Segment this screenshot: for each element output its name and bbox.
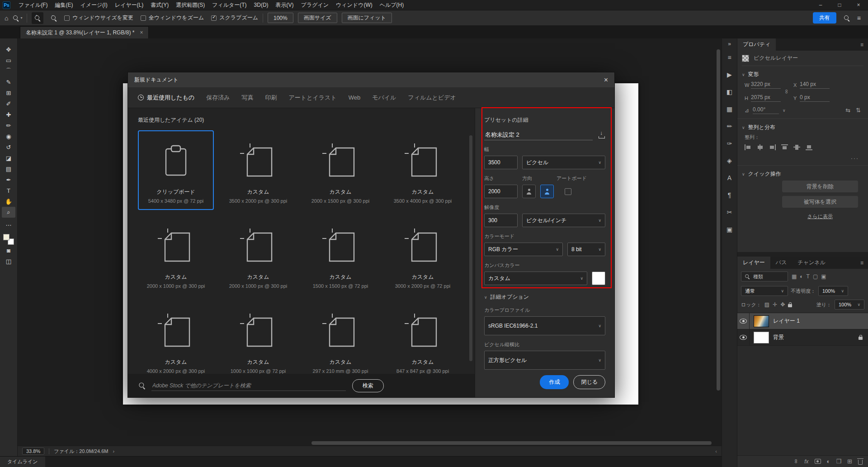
type-layer-filter-icon[interactable]: T: [807, 273, 810, 280]
zoom-in-button[interactable]: +: [32, 12, 43, 24]
dialog-tab[interactable]: 印刷: [265, 94, 277, 102]
view-button[interactable]: 画面にフィット: [342, 13, 392, 23]
link-dimensions-icon[interactable]: ∞: [784, 89, 791, 93]
preset-card[interactable]: カスタム 1000 x 1000 px @ 72 ppi: [220, 300, 296, 374]
resolution-input[interactable]: [484, 214, 518, 227]
edit-toolbar-icon[interactable]: ⋯: [2, 219, 15, 230]
quick-action-button[interactable]: 被写体を選択: [782, 196, 858, 208]
color-profile-select[interactable]: sRGB IEC61966-2.1 ∨: [484, 316, 605, 335]
dialog-tab[interactable]: Web: [349, 94, 361, 101]
dialog-tab[interactable]: フィルムとビデオ: [408, 94, 456, 102]
rotation-field[interactable]: 0.00°: [753, 106, 779, 114]
flip-horizontal-icon[interactable]: ⇆: [845, 107, 850, 114]
share-button[interactable]: 共有: [813, 12, 836, 24]
preset-card[interactable]: カスタム 2000 x 1000 px @ 300 ppi: [220, 215, 296, 295]
align-right-icon[interactable]: [769, 144, 776, 152]
brushes-icon[interactable]: ✑: [722, 135, 737, 152]
preset-card[interactable]: カスタム 297 x 210 mm @ 300 ppi: [302, 300, 378, 374]
move-tool-icon[interactable]: ✥: [2, 44, 15, 55]
pixel-aspect-select[interactable]: 正方形ピクセル ∨: [484, 351, 605, 370]
preset-card[interactable]: カスタム 3500 x 4000 px @ 300 ppi: [385, 130, 461, 210]
panel-menu-icon[interactable]: ≡: [856, 38, 868, 51]
maximize-button[interactable]: □: [830, 0, 849, 10]
preset-card[interactable]: カスタム 3000 x 2000 px @ 72 ppi: [385, 215, 461, 295]
tab-timeline[interactable]: タイムライン: [0, 457, 45, 467]
dialog-tab[interactable]: 写真: [242, 94, 254, 102]
quick-selection-tool-icon[interactable]: ✎: [2, 76, 15, 87]
tab-properties[interactable]: プロパティ: [737, 38, 776, 51]
menu-item[interactable]: 表示(V): [272, 0, 297, 10]
y-position-field[interactable]: 0 px: [800, 94, 830, 102]
scroll-collapse-icon[interactable]: ‹: [715, 448, 717, 454]
dialog-tab[interactable]: アートとイラスト: [289, 94, 337, 102]
option-checkbox[interactable]: ウィンドウサイズを変更: [64, 14, 133, 22]
artboard-checkbox[interactable]: [565, 188, 571, 195]
new-layer-icon[interactable]: ⊞: [847, 458, 852, 465]
width-input[interactable]: [484, 156, 518, 169]
dialog-close-icon[interactable]: ×: [604, 76, 608, 84]
view-button[interactable]: 100%: [268, 13, 293, 23]
option-checkbox[interactable]: スクラブズーム: [211, 14, 258, 22]
canvas-color-select[interactable]: カスタム ∨: [484, 272, 587, 285]
eyedropper-tool-icon[interactable]: ✐: [2, 98, 15, 109]
document-name-input[interactable]: [484, 129, 593, 140]
create-button[interactable]: 作成: [540, 375, 569, 389]
type-tool-icon[interactable]: T: [2, 185, 15, 196]
layers-panel-tab[interactable]: レイヤー: [737, 257, 770, 269]
width-unit-select[interactable]: ピクセル ∨: [522, 156, 605, 169]
pixel-layer-filter-icon[interactable]: ▦: [792, 273, 797, 280]
menu-item[interactable]: 選択範囲(S): [172, 0, 208, 10]
close-window-button[interactable]: ×: [849, 0, 868, 10]
pen-tool-icon[interactable]: ✒: [2, 174, 15, 185]
checkbox-icon[interactable]: [64, 15, 70, 21]
close-dialog-button[interactable]: 閉じる: [573, 375, 605, 389]
paragraph-icon[interactable]: ¶: [722, 186, 737, 204]
zoom-out-button[interactable]: −: [48, 12, 60, 24]
advanced-options-toggle[interactable]: ∨ 詳細オプション: [484, 293, 605, 301]
link-layers-icon[interactable]: ∞: [793, 459, 800, 463]
landscape-orientation-button[interactable]: [540, 185, 554, 198]
preset-card[interactable]: カスタム 2000 x 1000 px @ 300 ppi: [138, 215, 214, 295]
chevron-down-icon[interactable]: ∨: [783, 108, 786, 113]
document-tab[interactable]: 名称未設定 1 @ 33.8%(レイヤー 1, RGB/8) * ×: [20, 26, 149, 38]
align-bottom-icon[interactable]: [806, 144, 812, 152]
dialog-tab[interactable]: モバイル: [372, 94, 396, 102]
character-icon[interactable]: A: [722, 169, 737, 186]
layer-row[interactable]: 背景: [737, 329, 868, 346]
lasso-tool-icon[interactable]: ⌒: [2, 66, 15, 76]
align-vertical-center-icon[interactable]: [793, 144, 800, 152]
crop-tool-icon[interactable]: ⊞: [2, 87, 15, 98]
character-styles-icon[interactable]: ◈: [722, 152, 737, 169]
horizontal-scrollbar[interactable]: [21, 440, 712, 446]
menu-item[interactable]: 編集(E): [51, 0, 76, 10]
canvas-color-swatch[interactable]: [592, 272, 605, 285]
preset-card[interactable]: カスタム 2000 x 1500 px @ 300 ppi: [302, 130, 378, 210]
flip-vertical-icon[interactable]: ⇅: [856, 107, 861, 114]
layers-panel-tab[interactable]: パス: [770, 257, 793, 269]
clone-stamp-tool-icon[interactable]: ◉: [2, 131, 15, 142]
presets-scrollbar[interactable]: [469, 135, 472, 361]
visibility-eye-icon[interactable]: [737, 329, 750, 345]
lock-transparency-icon[interactable]: ▨: [764, 301, 769, 308]
menu-item[interactable]: ヘルプ(H): [376, 0, 408, 10]
zoom-tool-icon[interactable]: ⌕: [2, 207, 15, 218]
checkbox-icon[interactable]: [211, 15, 217, 21]
marquee-tool-icon[interactable]: ▭: [2, 55, 15, 66]
status-menu-icon[interactable]: ›: [113, 448, 114, 454]
template-search-input[interactable]: [151, 381, 346, 391]
opacity-select[interactable]: 100% ∨: [818, 286, 848, 296]
checkbox-icon[interactable]: [141, 15, 146, 21]
home-icon[interactable]: ⌂: [5, 14, 8, 22]
bit-depth-select[interactable]: 8 bit ∨: [567, 243, 605, 256]
shape-layer-filter-icon[interactable]: ▢: [813, 273, 818, 280]
color-swatches[interactable]: [3, 234, 14, 245]
info-icon[interactable]: ▦: [722, 100, 737, 118]
vertical-scrollbar-thumb[interactable]: [717, 49, 720, 391]
color-mode-select[interactable]: RGB カラー ∨: [484, 243, 563, 256]
menu-item[interactable]: ウィンドウ(W): [332, 0, 376, 10]
dialog-tab[interactable]: 最近使用したもの: [138, 94, 194, 102]
visibility-eye-icon[interactable]: [737, 313, 750, 329]
quick-mask-icon[interactable]: ◙: [2, 245, 15, 256]
gradient-tool-icon[interactable]: ▤: [2, 163, 15, 174]
show-more-link[interactable]: さらに表示: [782, 213, 858, 220]
